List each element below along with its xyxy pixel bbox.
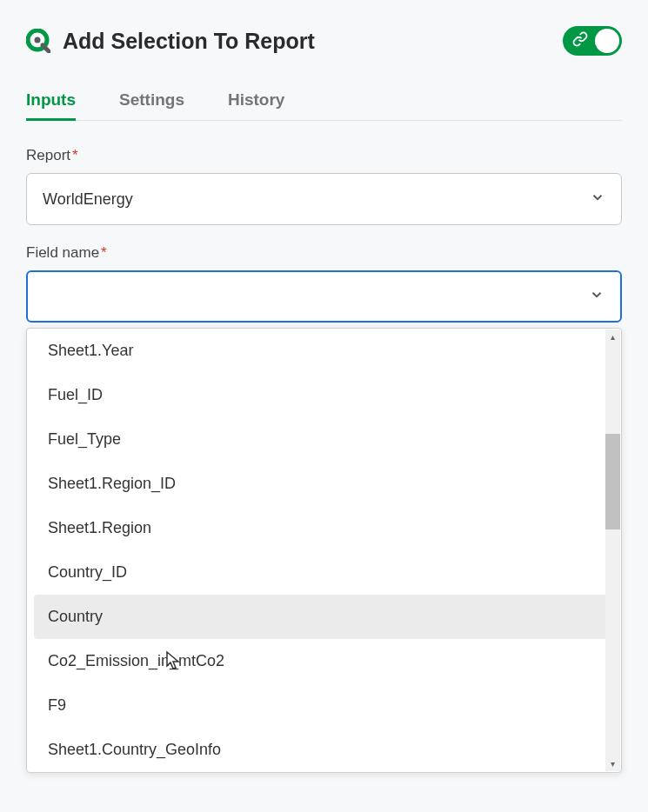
dropdown-option[interactable]: Fuel_Type: [27, 417, 621, 462]
report-label: Report*: [26, 147, 622, 164]
tab-history[interactable]: History: [228, 82, 284, 121]
dropdown-option[interactable]: F9: [27, 683, 621, 728]
tab-inputs[interactable]: Inputs: [26, 82, 76, 121]
scrollbar[interactable]: ▴ ▾: [605, 329, 620, 771]
report-select[interactable]: WorldEnergy: [26, 173, 622, 225]
report-select-value: WorldEnergy: [43, 190, 133, 209]
toggle-knob: [595, 29, 619, 53]
link-icon: [572, 31, 588, 50]
dropdown-list[interactable]: Sheet1.YearFuel_IDFuel_TypeSheet1.Region…: [27, 329, 621, 772]
dropdown-option[interactable]: Co2_Emission_in_mtCo2: [27, 639, 621, 683]
chevron-down-icon: [590, 190, 605, 210]
field-name-select[interactable]: [26, 270, 622, 323]
scrollbar-thumb[interactable]: [605, 434, 620, 529]
dropdown-option[interactable]: Country: [34, 595, 614, 639]
required-asterisk: *: [101, 244, 107, 261]
dropdown-option[interactable]: Sheet1.Year: [27, 329, 621, 373]
field-name-label: Field name*: [26, 244, 622, 262]
dropdown-option[interactable]: Sheet1.Region: [27, 506, 621, 550]
dropdown-option[interactable]: Country_ID: [27, 550, 621, 595]
enable-toggle[interactable]: [563, 26, 622, 56]
dropdown-option[interactable]: Sheet1.Country_GeoInfo: [27, 728, 621, 772]
panel-title: Add Selection To Report: [63, 29, 315, 54]
qlik-logo-icon: [26, 29, 50, 53]
chevron-down-icon: [589, 287, 605, 307]
scrollbar-down-icon[interactable]: ▾: [605, 756, 620, 771]
tab-settings[interactable]: Settings: [119, 82, 184, 121]
scrollbar-up-icon[interactable]: ▴: [605, 329, 620, 344]
field-name-dropdown: Sheet1.YearFuel_IDFuel_TypeSheet1.Region…: [26, 328, 622, 773]
tabs-bar: Inputs Settings History: [26, 82, 622, 121]
dropdown-option[interactable]: Sheet1.Region_ID: [27, 462, 621, 506]
dropdown-option[interactable]: Fuel_ID: [27, 373, 621, 417]
svg-point-1: [35, 37, 41, 43]
required-asterisk: *: [72, 147, 78, 163]
panel-header: Add Selection To Report: [26, 26, 622, 56]
